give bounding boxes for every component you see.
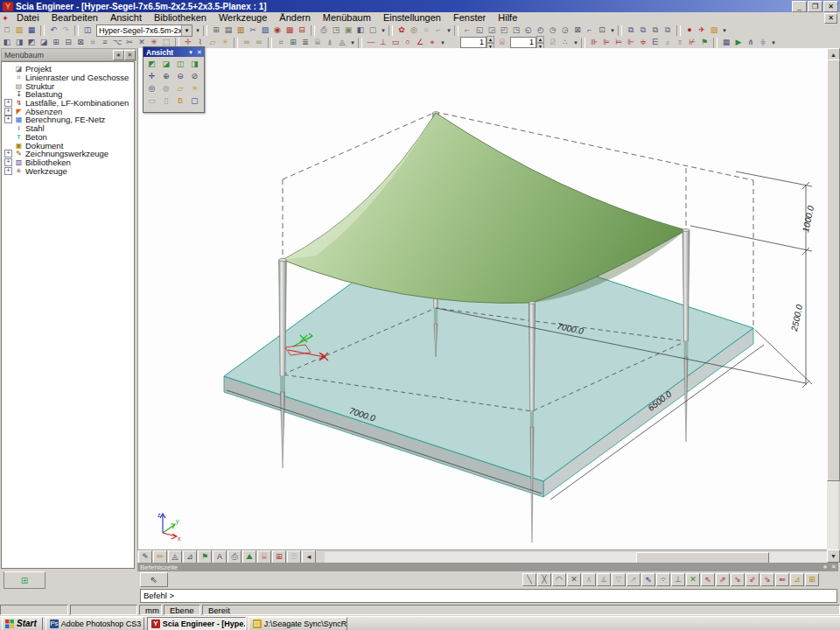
levels-icon[interactable]: ⌸	[312, 37, 324, 48]
model-viewport[interactable]: 7000.0 7000.0 6500.0 1000.0 2500.0	[137, 48, 828, 550]
binocular-icon[interactable]: ∞	[241, 37, 253, 48]
params-icon[interactable]: ⍰	[287, 550, 301, 564]
snap-point2-icon[interactable]: ⇗	[716, 573, 730, 586]
select-by-prop-icon[interactable]: ⌗	[87, 37, 99, 48]
circle-icon[interactable]: ○	[402, 37, 414, 48]
select-prev-icon[interactable]: ◪	[38, 37, 50, 48]
print-preview-icon[interactable]: ⎙	[228, 550, 242, 564]
restore-button[interactable]: ❐	[808, 1, 822, 12]
open-icon[interactable]: ▨	[13, 24, 25, 36]
clipping-box-icon[interactable]: ▱	[174, 83, 187, 94]
taskbar-photoshop[interactable]: Ps Adobe Photoshop CS3 E...	[46, 617, 144, 630]
perspective-icon[interactable]: ⛰	[242, 550, 256, 564]
expand-toggle-icon[interactable]	[4, 90, 12, 98]
menu-ansicht[interactable]: Ansicht	[104, 12, 148, 24]
expand-toggle-icon[interactable]: +	[4, 116, 12, 123]
ucs-icon[interactable]: ✛	[145, 71, 158, 82]
view-front-icon[interactable]: ⌐	[461, 24, 473, 36]
expand-toggle-icon[interactable]	[4, 65, 12, 73]
menu-hilfe[interactable]: Hilfe	[492, 12, 523, 24]
tree-item-stahl[interactable]: I Stahl	[2, 124, 134, 133]
link-icon[interactable]: ✿	[396, 24, 408, 36]
zoom-selection-icon[interactable]: ◍	[159, 83, 172, 94]
new-folder-icon[interactable]: ▨	[708, 24, 720, 36]
close-icon[interactable]: ✕	[830, 564, 838, 570]
copy-pic-icon[interactable]: ▯	[159, 95, 172, 107]
view-palette-titlebar[interactable]: Ansicht ▾ ✕	[144, 47, 204, 57]
activity-icon[interactable]: ◬	[336, 37, 348, 48]
menu-datei[interactable]: Datei	[10, 12, 46, 24]
expand-toggle-icon[interactable]	[4, 124, 12, 132]
snap-tool1-icon[interactable]: ⊿	[790, 573, 804, 586]
print-view-icon[interactable]: ▭	[145, 95, 158, 107]
view-yz-icon[interactable]: ◫	[174, 59, 187, 70]
zoom-window-icon[interactable]: ⊘	[188, 71, 201, 82]
snap-incline-icon[interactable]: ∡	[597, 573, 611, 586]
paste-icon[interactable]: ▧	[259, 24, 271, 36]
frame-icon[interactable]: ⌐	[432, 24, 444, 36]
document-data-icon[interactable]: ▥	[234, 24, 247, 36]
snap-plane-icon[interactable]: ▽	[612, 573, 626, 586]
column-icon[interactable]: ⌗	[420, 24, 432, 36]
document-icon[interactable]: ✦	[0, 14, 10, 23]
snap-off-icon[interactable]: ✕	[567, 573, 581, 586]
project-selector[interactable]: Hyper-Segel-7x6.5m-2x2. ▾	[96, 24, 192, 37]
app-icon[interactable]: Y	[3, 2, 13, 11]
menu-aendern[interactable]: Ändern	[273, 12, 316, 24]
light-icon[interactable]: ☀	[188, 83, 201, 94]
wireframe-icon[interactable]: ✎	[138, 550, 152, 564]
load-display-icon[interactable]: ⌸	[257, 550, 271, 564]
pin-icon[interactable]: ∗	[821, 564, 830, 570]
red-dot-icon[interactable]: ●	[683, 24, 696, 36]
tree-item-bibliotheken[interactable]: + ▥ Bibliotheken	[2, 158, 134, 167]
status-workplane[interactable]: Ebene XY	[164, 605, 200, 615]
binocular2-icon[interactable]: ∞	[253, 37, 265, 48]
paste-special-icon[interactable]: ⧉	[625, 24, 637, 36]
temp-load-icon[interactable]: ≑	[637, 37, 649, 48]
invert-selection-icon[interactable]: ⊠	[74, 37, 87, 48]
undo-icon[interactable]: ↶	[47, 24, 60, 36]
close-button[interactable]: ✕	[823, 1, 838, 12]
start-button[interactable]: Start	[2, 617, 43, 630]
result-display-icon[interactable]: ⊞	[272, 550, 286, 564]
bmp-export-icon[interactable]: B	[174, 95, 187, 107]
expand-toggle-icon[interactable]	[4, 142, 12, 150]
close-icon[interactable]: ✕	[195, 49, 204, 56]
grid-snap-icon[interactable]: ⁘	[656, 573, 670, 586]
snap-int-icon[interactable]: ⇚	[775, 573, 789, 586]
tree-item-berechnung[interactable]: + ▦ Berechnung, FE-Netz	[2, 116, 134, 124]
surface-load-icon[interactable]: ⊨	[612, 37, 625, 48]
view-left-icon[interactable]: ◲	[486, 24, 498, 36]
select-workplane-icon[interactable]: ◩	[25, 37, 38, 48]
view-top-icon[interactable]: ◳	[510, 24, 522, 36]
toolbar-overflow-icon[interactable]: ▾	[572, 39, 579, 46]
mast-left[interactable]	[279, 258, 287, 468]
view-right-icon[interactable]: ◰	[498, 24, 510, 36]
view-xy-icon[interactable]: ◩	[145, 59, 158, 70]
lamp-icon[interactable]: ☀	[219, 37, 231, 48]
image-ball-icon[interactable]: ◉	[271, 24, 284, 36]
point-load-icon[interactable]: ⊪	[588, 37, 600, 48]
deselect-icon[interactable]: ⊟	[62, 37, 74, 48]
rectangle-icon[interactable]: ▭	[389, 37, 402, 48]
close-icon[interactable]: ✕	[124, 50, 136, 60]
doc-print-icon[interactable]: ◧	[354, 24, 367, 36]
spin-up-icon[interactable]: ▲	[486, 36, 494, 43]
layers-icon[interactable]: ≣	[299, 37, 312, 48]
snap-vector-icon[interactable]: ↗	[626, 573, 640, 586]
combo-load-icon[interactable]: ⊬	[686, 37, 698, 48]
labels-icon[interactable]: ⚑	[198, 550, 212, 564]
toolbar-overflow-icon[interactable]: ▾	[349, 39, 356, 46]
new-icon[interactable]: □	[1, 24, 13, 36]
select-layer-icon[interactable]: ≡	[99, 37, 111, 48]
toolbar-overflow-icon[interactable]: ▾	[380, 27, 387, 34]
save-results-icon[interactable]: ▦	[720, 37, 732, 48]
zoom-in-icon[interactable]: ⊕	[159, 71, 172, 82]
tree-item-lastfaelle[interactable]: + ↯ Lastfälle, LF-Kombinationen	[2, 99, 134, 108]
toolbar-overflow-icon[interactable]: ▾	[194, 27, 201, 34]
zoom-all-icon[interactable]: ◎	[145, 83, 158, 94]
snap-endpoint-icon[interactable]: ╲	[522, 573, 536, 586]
menu-werkzeuge[interactable]: Werkzeuge	[213, 12, 273, 24]
snap-node-icon[interactable]: ✕	[686, 573, 700, 586]
seismic-icon[interactable]: ⌆	[674, 37, 686, 48]
